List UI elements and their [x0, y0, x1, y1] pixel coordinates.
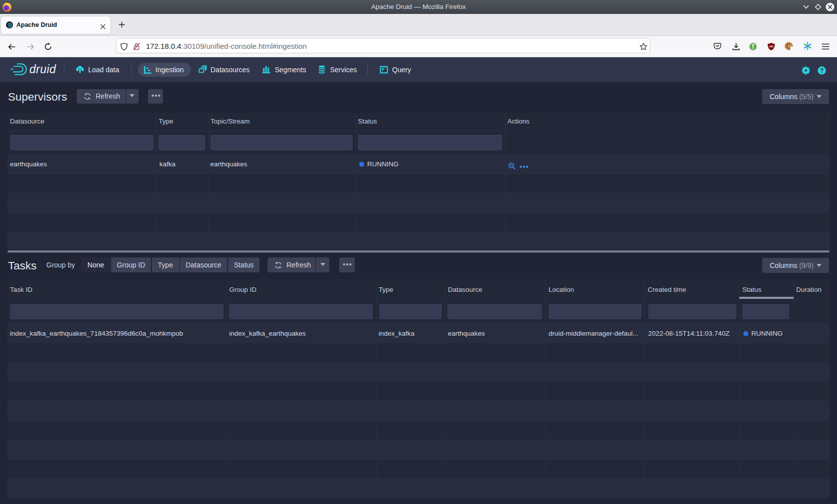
svg-text:?: ?	[820, 67, 824, 74]
svg-text:uO: uO	[769, 44, 773, 47]
